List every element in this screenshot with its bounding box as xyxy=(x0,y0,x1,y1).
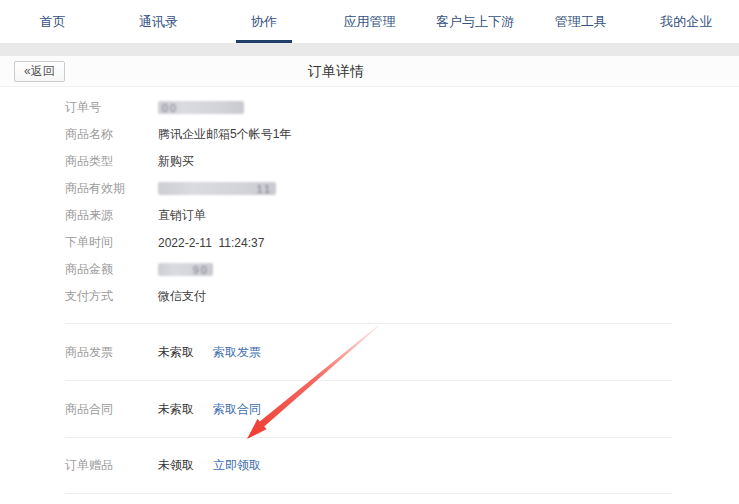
contract-status: 未索取 xyxy=(158,401,213,418)
order-number-redacted-value: 00 xyxy=(158,101,244,114)
divider-bar xyxy=(0,43,739,56)
nav-tab-home-label: 首页 xyxy=(40,13,66,31)
invoice-status: 未索取 xyxy=(158,344,213,361)
nav-tab-contacts[interactable]: 通讯录 xyxy=(106,0,212,43)
nav-tab-app-management-label: 应用管理 xyxy=(344,13,396,31)
product-name-value: 腾讯企业邮箱5个帐号1年 xyxy=(158,126,291,143)
nav-tab-home[interactable]: 首页 xyxy=(0,0,106,43)
nav-tab-customers[interactable]: 客户与上下游 xyxy=(422,0,528,43)
nav-tab-app-management[interactable]: 应用管理 xyxy=(317,0,423,43)
product-name-label: 商品名称 xyxy=(65,126,158,143)
product-amount-redacted-value: 90 xyxy=(158,263,213,276)
claim-gift-link[interactable]: 立即领取 xyxy=(213,457,261,474)
nav-tab-collaboration[interactable]: 协作 xyxy=(211,0,317,43)
row-product-source: 商品来源 直销订单 xyxy=(65,202,672,229)
gift-label: 订单赠品 xyxy=(65,457,158,474)
payment-method-label: 支付方式 xyxy=(65,288,158,305)
product-type-value: 新购买 xyxy=(158,153,194,170)
nav-tab-collaboration-label: 协作 xyxy=(251,13,277,31)
row-order-time: 下单时间 2022-2-11 11:24:37 xyxy=(65,229,672,256)
redacted-fragment: 11 xyxy=(257,183,272,195)
invoice-label: 商品发票 xyxy=(65,344,158,361)
page-title: 订单详情 xyxy=(0,56,672,87)
order-time-value: 2022-2-11 11:24:37 xyxy=(158,236,264,250)
product-amount-label: 商品金额 xyxy=(65,261,158,278)
nav-tab-my-enterprise[interactable]: 我的企业 xyxy=(633,0,739,43)
validity-period-redacted-value: 11 xyxy=(158,182,276,195)
contract-label: 商品合同 xyxy=(65,401,158,418)
request-invoice-link[interactable]: 索取发票 xyxy=(213,344,261,361)
redacted-fragment: 90 xyxy=(193,264,209,276)
nav-tab-customers-label: 客户与上下游 xyxy=(436,13,514,31)
redacted-fragment: 00 xyxy=(162,102,178,114)
order-details: 订单号 00 商品名称 腾讯企业邮箱5个帐号1年 商品类型 新购买 商品有效期 … xyxy=(65,87,672,494)
product-type-label: 商品类型 xyxy=(65,153,158,170)
section-gift: 订单赠品 未领取 立即领取 xyxy=(65,437,672,494)
section-contract: 商品合同 未索取 索取合同 xyxy=(65,380,672,437)
row-product-amount: 商品金额 90 xyxy=(65,256,672,283)
nav-tab-admin-tools-label: 管理工具 xyxy=(555,13,607,31)
nav-tab-my-enterprise-label: 我的企业 xyxy=(660,13,712,31)
gift-status: 未领取 xyxy=(158,457,213,474)
product-source-label: 商品来源 xyxy=(65,207,158,224)
order-number-label: 订单号 xyxy=(65,99,158,116)
row-validity-period: 商品有效期 11 xyxy=(65,175,672,202)
row-payment-method: 支付方式 微信支付 xyxy=(65,283,672,310)
request-contract-link[interactable]: 索取合同 xyxy=(213,401,261,418)
order-time-label: 下单时间 xyxy=(65,234,158,251)
page-header: «返回 订单详情 xyxy=(0,56,739,87)
section-invoice: 商品发票 未索取 索取发票 xyxy=(65,323,672,380)
nav-tab-contacts-label: 通讯录 xyxy=(139,13,178,31)
nav-tab-admin-tools[interactable]: 管理工具 xyxy=(528,0,634,43)
product-source-value: 直销订单 xyxy=(158,207,206,224)
top-nav: 首页 通讯录 协作 应用管理 客户与上下游 管理工具 我的企业 xyxy=(0,0,739,43)
row-product-name: 商品名称 腾讯企业邮箱5个帐号1年 xyxy=(65,121,672,148)
order-actions: 商品发票 未索取 索取发票 商品合同 未索取 索取合同 订单赠品 未领取 立即领… xyxy=(65,323,672,494)
row-product-type: 商品类型 新购买 xyxy=(65,148,672,175)
row-order-number: 订单号 00 xyxy=(65,94,672,121)
validity-period-label: 商品有效期 xyxy=(65,180,158,197)
payment-method-value: 微信支付 xyxy=(158,288,206,305)
